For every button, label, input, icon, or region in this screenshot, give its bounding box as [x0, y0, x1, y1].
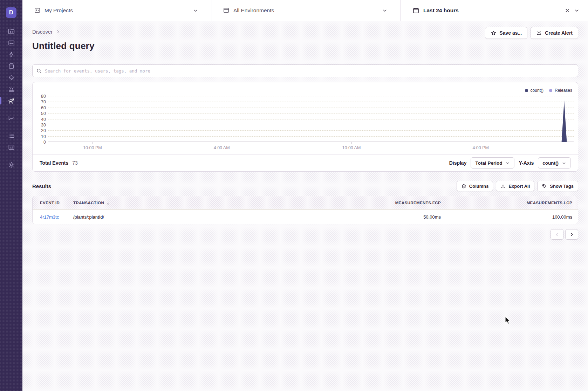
search-bar	[32, 64, 578, 77]
app-window: D	[0, 0, 588, 391]
user-feedback-icon	[8, 74, 15, 81]
column-header-transaction[interactable]: TRANSACTION	[73, 201, 245, 205]
save-as-button[interactable]: Save as...	[485, 27, 527, 39]
x-axis-labels: 10:00 PM4:00 AM10:00 AM4:00 PM	[48, 142, 574, 153]
chevron-down-icon[interactable]	[574, 8, 580, 13]
event-id-cell: 4r17m3tc	[40, 214, 73, 220]
chevron-down-icon	[562, 161, 566, 165]
y-axis-label: Y-Axis	[519, 160, 534, 166]
org-avatar[interactable]: D	[6, 7, 16, 18]
main-area: My Projects All Environments	[22, 0, 588, 391]
sidebar-item-discover[interactable]	[0, 95, 22, 107]
project-selector-label: My Projects	[45, 7, 73, 14]
chevron-right-icon	[56, 29, 60, 34]
sidebar-item-performance[interactable]	[0, 49, 22, 60]
chart-plot[interactable]: 01020304050607080 10:00 PM4:00 AM10:00 A…	[48, 96, 574, 142]
table-header-row: EVENT ID TRANSACTION MEASUREMENTS.FCP ME…	[33, 196, 578, 210]
projects-icon	[8, 28, 15, 35]
next-page-button[interactable]	[565, 229, 578, 240]
chart-series-svg	[48, 96, 574, 142]
environment-selector[interactable]: All Environments	[212, 0, 401, 21]
tag-icon	[542, 184, 547, 189]
column-header-event-id[interactable]: EVENT ID	[40, 201, 73, 205]
show-tags-button[interactable]: Show Tags	[537, 181, 578, 191]
layers-icon	[461, 184, 466, 189]
sidebar-item-issues[interactable]	[0, 37, 22, 49]
sidebar-item-releases[interactable]	[0, 60, 22, 72]
sidebar-item-projects[interactable]	[0, 26, 22, 37]
sidebar-item-stats[interactable]	[0, 130, 22, 142]
download-icon	[500, 184, 506, 189]
releases-icon	[8, 62, 15, 70]
settings-icon	[8, 161, 15, 169]
clear-date-icon[interactable]	[565, 8, 570, 13]
sidebar: D	[0, 0, 22, 391]
activity-icon	[8, 144, 15, 151]
discover-icon	[7, 97, 15, 105]
window-icon	[223, 7, 230, 14]
chevron-down-icon	[505, 161, 510, 165]
legend-item[interactable]: Releases	[549, 88, 572, 93]
breadcrumb: Discover	[32, 29, 95, 35]
date-range-label: Last 24 hours	[423, 7, 459, 14]
chevron-down-icon	[193, 8, 198, 13]
content: Discover Untitled query	[22, 21, 588, 391]
siren-icon	[536, 30, 542, 36]
lcp-cell: 100.00ms	[441, 214, 572, 220]
environment-selector-label: All Environments	[233, 7, 274, 14]
top-bar: My Projects All Environments	[22, 0, 588, 21]
event-id-link[interactable]: 4r17m3tc	[40, 214, 59, 220]
create-alert-button[interactable]: Create Alert	[531, 27, 578, 39]
calendar-icon	[412, 7, 419, 14]
projects-icon	[34, 7, 41, 14]
sidebar-item-activity[interactable]	[0, 142, 22, 153]
star-icon	[491, 30, 497, 36]
legend-dot-icon	[549, 89, 552, 92]
search-input[interactable]	[45, 68, 574, 74]
breadcrumb-discover[interactable]: Discover	[32, 29, 53, 35]
pagination	[32, 229, 578, 240]
dashboards-icon	[8, 115, 15, 122]
chevron-down-icon	[382, 8, 388, 13]
sidebar-item-user-feedback[interactable]	[0, 72, 22, 83]
legend-dot-icon	[525, 89, 528, 92]
page-title: Untitled query	[32, 41, 95, 52]
columns-button[interactable]: Columns	[457, 181, 493, 191]
project-selector[interactable]: My Projects	[22, 0, 212, 21]
y-axis-labels: 01020304050607080	[34, 96, 46, 142]
transaction-cell: /plants/:plantId/	[73, 214, 245, 220]
sidebar-item-alerts[interactable]	[0, 83, 22, 95]
total-events-label: Total Events	[40, 160, 68, 166]
results-heading: Results	[32, 183, 51, 189]
legend-item[interactable]: count()	[525, 88, 543, 93]
display-dropdown[interactable]: Total Period	[471, 157, 514, 169]
y-axis-dropdown[interactable]: count()	[538, 157, 571, 169]
column-header-measurements-fcp[interactable]: MEASUREMENTS.FCP	[245, 201, 441, 205]
sidebar-item-settings[interactable]	[0, 159, 22, 171]
sidebar-item-dashboards[interactable]	[0, 112, 22, 124]
column-header-measurements-lcp[interactable]: MEASUREMENTS.LCP	[441, 201, 572, 205]
alerts-icon	[8, 85, 15, 93]
chevron-right-icon	[569, 232, 574, 237]
results-table: EVENT ID TRANSACTION MEASUREMENTS.FCP ME…	[32, 196, 578, 224]
chart-legend: count()Releases	[33, 82, 578, 96]
total-events-value: 73	[72, 160, 78, 166]
table-row[interactable]: 4r17m3tc /plants/:plantId/ 50.00ms 100.0…	[33, 210, 578, 224]
previous-page-button[interactable]	[551, 229, 563, 240]
export-all-button[interactable]: Export All	[496, 181, 534, 191]
stats-icon	[8, 132, 15, 139]
performance-icon	[8, 51, 15, 58]
sort-descending-icon	[106, 201, 110, 205]
chart-footer: Total Events 73 Display Total Period Y-A…	[33, 154, 578, 171]
search-icon	[36, 68, 42, 74]
fcp-cell: 50.00ms	[245, 214, 441, 220]
chevron-left-icon	[554, 232, 560, 237]
display-label: Display	[449, 160, 467, 166]
date-range-selector[interactable]: Last 24 hours	[401, 0, 588, 21]
issues-icon	[8, 39, 15, 47]
chart-panel: count()Releases 01020304050607080 10:00 …	[32, 82, 578, 172]
active-indicator	[0, 97, 1, 104]
